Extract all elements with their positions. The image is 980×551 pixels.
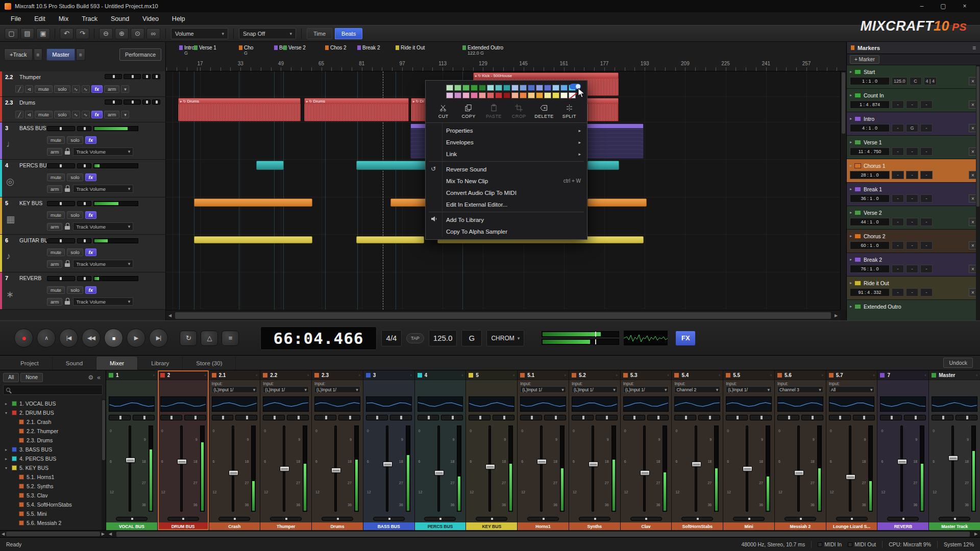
- mixer-channel-master[interactable]: Master▫06129182736Master Track: [929, 370, 980, 530]
- marker-tempo[interactable]: -: [892, 288, 904, 296]
- menu-item-copy-to-alpha-sampler[interactable]: Copy To Alpha Sampler: [426, 226, 587, 237]
- fx-button[interactable]: fx: [85, 173, 96, 181]
- tab-store-30[interactable]: Store (30): [183, 357, 236, 370]
- volume-fader[interactable]: [695, 425, 697, 512]
- tree-item-2-drum-bus[interactable]: ▾2. DRUM BUS: [0, 408, 102, 417]
- section-marker-verse-2[interactable]: Verse 2: [283, 45, 306, 51]
- fader-handle[interactable]: [948, 456, 958, 461]
- undock-button[interactable]: Undock: [943, 358, 973, 368]
- mixer-channel-5-3[interactable]: 5.3▫Input:(L)Input 1/▾06129182736Clav: [621, 370, 672, 530]
- cut-button[interactable]: CUT: [431, 104, 456, 119]
- fader-handle[interactable]: [229, 470, 238, 475]
- levels-button[interactable]: ≡: [222, 331, 239, 346]
- pan-slider[interactable]: [47, 126, 75, 131]
- send-slider[interactable]: [160, 415, 182, 420]
- track-strip-5[interactable]: 5KEY BUS▦mutesolofxarmTrack Volume▾: [0, 197, 165, 235]
- chevron-right-icon[interactable]: ▸: [850, 93, 852, 97]
- track-strip-3[interactable]: 3BASS BUS♩mutesolofxarmTrack Volume▾: [0, 122, 165, 160]
- fader-handle[interactable]: [537, 459, 547, 465]
- lock-icon[interactable]: [65, 260, 70, 267]
- eq-display[interactable]: [880, 396, 926, 412]
- send-slider[interactable]: [801, 415, 823, 420]
- minimize-button[interactable]: –: [911, 0, 933, 12]
- menu-track[interactable]: Track: [75, 13, 104, 24]
- pan-slider[interactable]: [167, 517, 199, 521]
- arrange-vertical-scrollbar[interactable]: [840, 71, 846, 310]
- eq-display[interactable]: [520, 396, 566, 412]
- color-swatch[interactable]: [552, 85, 559, 91]
- marker-timesig[interactable]: -: [920, 124, 933, 132]
- audio-clip[interactable]: [356, 236, 424, 243]
- send-slider[interactable]: [493, 415, 514, 420]
- mixer-search-input[interactable]: [13, 387, 100, 393]
- trim-slider[interactable]: [152, 99, 160, 105]
- marker-key[interactable]: G: [906, 124, 918, 132]
- channel-name[interactable]: PERCS BUS: [415, 522, 466, 530]
- menu-item-convert-audio-clip-to-midi[interactable]: Convert Audio Clip To MIDI: [426, 187, 587, 198]
- audio-clip[interactable]: [587, 198, 647, 207]
- monitor-icon[interactable]: ⊲: [25, 85, 33, 93]
- add-track-menu-icon[interactable]: ≡: [34, 48, 43, 61]
- input-select[interactable]: All▾: [829, 386, 875, 393]
- tree-item-4-percs-bus[interactable]: ▸4. PERCS BUS: [0, 454, 102, 463]
- loop-icon[interactable]: ↻: [478, 74, 481, 78]
- menu-item-edit-in-external-editor[interactable]: Edit In External Editor...: [426, 198, 587, 210]
- fx-button[interactable]: fx: [85, 211, 96, 219]
- link-icon[interactable]: ∞: [146, 28, 160, 39]
- audio-clip[interactable]: [194, 236, 312, 243]
- mixer-channel-5-5[interactable]: 5.5▫Input:(L)Input 1/▾06129182736Mini: [723, 370, 774, 530]
- input-select[interactable]: (L)Input 1/▾: [726, 386, 772, 393]
- gear-icon[interactable]: ⚙: [88, 374, 94, 381]
- fader-handle[interactable]: [589, 462, 598, 467]
- channel-name[interactable]: Crash: [209, 522, 260, 530]
- arm-button[interactable]: arm: [47, 185, 62, 193]
- pan-slider[interactable]: [579, 517, 610, 521]
- track-strip-2.2[interactable]: 2.2Thumper╱⊲mutesolo∿∿fxarm▾: [0, 71, 165, 97]
- color-swatch[interactable]: [462, 85, 470, 91]
- track-strip-7[interactable]: 7REVERB∗mutesolofxarmTrack Volume▾: [0, 272, 165, 310]
- scrollbar-thumb[interactable]: [116, 532, 970, 537]
- chevron-right-icon[interactable]: ▸: [5, 447, 9, 452]
- volume-fader[interactable]: [129, 425, 131, 512]
- fx-button[interactable]: fx: [85, 286, 96, 294]
- maximize-button[interactable]: ▢: [933, 0, 954, 12]
- tree-item-5-6-messiah-2[interactable]: 5.6. Messiah 2: [0, 518, 102, 528]
- markers-scrollbar[interactable]: [976, 65, 980, 320]
- collapse-icon[interactable]: ▾: [121, 111, 129, 118]
- scrollbar-thumb[interactable]: [6, 532, 100, 536]
- marker-tempo[interactable]: -: [892, 194, 904, 203]
- eq-display[interactable]: [726, 396, 772, 412]
- play-icon[interactable]: ▸: [180, 99, 182, 104]
- fx-button[interactable]: fx: [85, 248, 96, 256]
- pan-slider[interactable]: [124, 74, 141, 79]
- collapse-icon[interactable]: ▾: [121, 85, 129, 93]
- mute-button[interactable]: mute: [47, 248, 65, 256]
- marker-position[interactable]: 36 : 1 . 0: [850, 194, 890, 203]
- timeline-ruler[interactable]: IntroGVerse 1ChoGBreVerse 2Chos 2Break 2…: [166, 42, 846, 71]
- new-project-icon[interactable]: ▢: [5, 28, 18, 39]
- loop-icon[interactable]: ↻: [416, 99, 419, 104]
- marker-key[interactable]: -: [906, 288, 918, 296]
- channel-name[interactable]: Lounge Lizard S...: [826, 522, 877, 530]
- tree-item-5-4-softhornstabs[interactable]: 5.4. SoftHornStabs: [0, 500, 102, 509]
- solo-button[interactable]: solo: [67, 173, 83, 181]
- fader-handle[interactable]: [383, 462, 393, 467]
- chevron-right-icon[interactable]: ▸: [850, 210, 852, 215]
- trim-slider[interactable]: [142, 99, 151, 105]
- mixer-channel-2-1[interactable]: 2.1▫Input:(L)Input 1/▾06129182736Crash: [209, 370, 260, 530]
- zoom-out-icon[interactable]: ⊖: [99, 28, 113, 39]
- marker-timesig[interactable]: -: [920, 147, 933, 156]
- marker-timesig[interactable]: -: [920, 194, 933, 203]
- menu-item-mix-to-new-clip[interactable]: Mix To New Clipctrl + W: [426, 175, 587, 187]
- marker-tempo[interactable]: -: [892, 124, 904, 132]
- channel-name[interactable]: Thumper: [260, 522, 311, 530]
- scroll-left-icon[interactable]: ◀: [2, 532, 5, 536]
- marker-key[interactable]: -: [906, 171, 918, 179]
- solo-button[interactable]: solo: [67, 248, 83, 256]
- select-all-button[interactable]: All: [3, 373, 19, 382]
- marker-position[interactable]: 1 : 4 . 874: [850, 101, 890, 109]
- monitor-icon[interactable]: ⊲: [25, 111, 33, 118]
- marker-key[interactable]: -: [906, 241, 918, 249]
- time-mode-button[interactable]: Time: [307, 28, 332, 39]
- audio-clip[interactable]: ▸↻Drums: [178, 98, 301, 121]
